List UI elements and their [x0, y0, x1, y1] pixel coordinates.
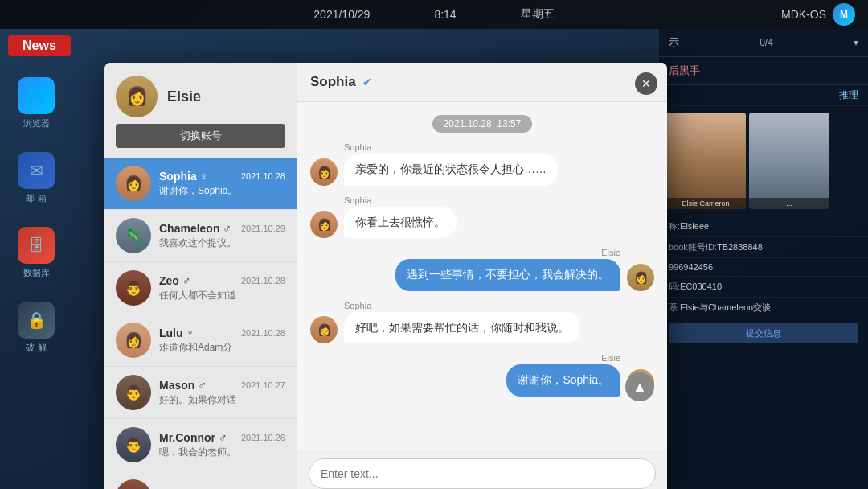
- info-field-name: 称:Elsieee: [659, 216, 868, 237]
- msg-avatar-sophia-1: 👩: [310, 158, 338, 186]
- portrait-elsie: Elsie Cameron: [665, 113, 746, 209]
- info-field-book: book账号ID:TB2838848: [659, 237, 868, 258]
- msg-sender-1: Sophia: [344, 142, 558, 152]
- modal-close-button[interactable]: ✕: [635, 72, 657, 95]
- msg-content-1: Sophia 亲爱的，你最近的状态很令人担心……: [344, 142, 558, 186]
- contact-zeo[interactable]: 👨 Zeo ♂ 2021.10.28 任何人都不会知道: [104, 262, 297, 314]
- zeo-avatar: 👨: [116, 270, 151, 306]
- chat-text-input[interactable]: [309, 458, 656, 489]
- lulu-name: Lulu ♀: [159, 327, 194, 339]
- case-title-text: 后黑手: [669, 64, 700, 76]
- browser-label: 浏览器: [23, 117, 50, 129]
- lulu-preview: 难道你和Adam分: [159, 341, 285, 355]
- hint-label: 示: [669, 35, 679, 50]
- top-bar-right: MDK-OS M: [781, 3, 855, 26]
- db-label: 数据库: [23, 267, 50, 279]
- zeo-name: Zeo ♂: [159, 274, 190, 287]
- chat-messages: 2021.10.28 13:57 👩 Sophia 亲爱的，你最近的状态很令人担…: [297, 102, 667, 450]
- case-action-text: 推理: [839, 89, 858, 101]
- info-value-relation: Elsie与Chameleon交谈: [680, 302, 771, 312]
- contact-lulu[interactable]: 👩 Lulu ♀ 2021.10.28 难道你和Adam分: [104, 314, 297, 367]
- os-label: MDK-OS: [781, 8, 826, 21]
- info-field-relation: 系:Elsie与Chameleon交谈: [659, 298, 868, 318]
- contacts-panel: 👩 Elsie 切换账号 👩 Sophia ♀ 2021.10.28 谢谢你，S…: [104, 63, 297, 489]
- chameleon-date: 2021.10.29: [241, 224, 285, 233]
- date-display: 2021/10/29: [313, 8, 370, 21]
- msg-row-1: 👩 Sophia 亲爱的，你最近的状态很令人担心……: [310, 142, 654, 186]
- top-bar: 2021/10/29 8:14 星期五 MDK-OS M: [0, 0, 868, 29]
- msg-content-4: Sophia 好吧，如果需要帮忙的话，你随时和我说。: [344, 301, 580, 344]
- progress-count: 0/4: [760, 37, 773, 48]
- chameleon-preview: 我喜欢这个提议。: [159, 236, 285, 250]
- portraits-row: Elsie Cameron ...: [659, 106, 868, 216]
- os-icon[interactable]: M: [833, 3, 855, 26]
- contact-frederick[interactable]: 👨 Frederick ♂ 2021.10.23: [104, 471, 297, 489]
- browser-icon: 🌐: [18, 77, 55, 114]
- case-title: 后黑手: [659, 57, 868, 85]
- zeo-preview: 任何人都不会知道: [159, 289, 285, 302]
- case-action[interactable]: 推理: [659, 85, 868, 106]
- msg-bubble-5: 谢谢你，Sophia。: [506, 364, 620, 397]
- msg-row-4: 👩 Sophia 好吧，如果需要帮忙的话，你随时和我说。: [310, 301, 654, 344]
- current-user-avatar: 👩: [116, 76, 158, 117]
- verified-icon: ✔: [362, 76, 372, 88]
- top-bar-center: 2021/10/29 8:14 星期五: [313, 7, 554, 22]
- chat-header-name: Sophia: [310, 74, 356, 90]
- mason-preview: 好的。如果你对话: [159, 393, 285, 407]
- contact-mrconnor[interactable]: 👨 Mr.Connor ♂ 2021.10.26 嗯，我会的老师。: [104, 419, 297, 471]
- portrait-other: ...: [749, 113, 829, 209]
- desktop-icons: 🌐 浏览器 ✉ 邮 箱 🗄 数据库 🔒 破 解: [0, 29, 72, 376]
- chameleon-avatar: 🦎: [116, 218, 151, 253]
- msg-content-3: Elsie 遇到一些事情，不要担心，我会解决的。: [395, 248, 620, 291]
- chat-panel: Sophia ✔ 2021.10.28 13:57 👩 Sophia 亲爱的，你…: [297, 63, 667, 489]
- chameleon-name: Chameleon ♂: [159, 222, 231, 235]
- chat-header: Sophia ✔: [297, 63, 667, 102]
- desktop: News 🌐 浏览器 ✉ 邮 箱 🗄 数据库 🔒 破 解 示 0/4 ▾ 后黑手: [0, 29, 868, 489]
- msg-sender-5: Elsie: [506, 353, 620, 363]
- contact-sophia[interactable]: 👩 Sophia ♀ 2021.10.28 谢谢你，Sophia。: [104, 158, 297, 210]
- msg-bubble-3: 遇到一些事情，不要担心，我会解决的。: [395, 259, 620, 291]
- msg-row-5: 👩 Elsie 谢谢你，Sophia。: [310, 353, 654, 397]
- lock-icon: 🔒: [18, 302, 55, 339]
- msg-row-2: 👩 Sophia 你看上去很憔悴。: [310, 195, 654, 239]
- frederick-avatar: 👨: [116, 479, 151, 489]
- mason-info: Mason ♂ 2021.10.27 好的。如果你对话: [159, 379, 285, 407]
- msg-content-5: Elsie 谢谢你，Sophia。: [506, 353, 620, 397]
- msg-sender-3: Elsie: [395, 248, 620, 257]
- chameleon-info: Chameleon ♂ 2021.10.29 我喜欢这个提议。: [159, 222, 285, 250]
- msg-avatar-sophia-2: 👩: [310, 211, 338, 238]
- lock-label: 破 解: [26, 342, 46, 354]
- sophia-info: Sophia ♀ 2021.10.28 谢谢你，Sophia。: [159, 170, 285, 198]
- zeo-info: Zeo ♂ 2021.10.28 任何人都不会知道: [159, 274, 285, 302]
- mrconnor-preview: 嗯，我会的老师。: [159, 446, 285, 459]
- sophia-avatar: 👩: [116, 166, 151, 201]
- right-panel-header: 示 0/4 ▾: [659, 29, 868, 57]
- info-value-code: EC030410: [680, 281, 722, 291]
- mrconnor-name: Mr.Connor ♂: [159, 431, 227, 444]
- switch-account-button[interactable]: 切换账号: [116, 124, 285, 148]
- browser-icon-item[interactable]: 🌐 浏览器: [0, 77, 72, 129]
- contact-mason[interactable]: 👨 Mason ♂ 2021.10.27 好的。如果你对话: [104, 367, 297, 419]
- sophia-preview: 谢谢你，Sophia。: [159, 184, 285, 198]
- scroll-to-bottom-button[interactable]: ▲: [625, 372, 654, 401]
- msg-bubble-1: 亲爱的，你最近的状态很令人担心……: [344, 154, 558, 186]
- mail-label: 邮 箱: [26, 192, 46, 204]
- msg-sender-2: Sophia: [344, 195, 457, 205]
- chat-modal: ✕ 👩 Elsie 切换账号 👩 Sophia ♀ 2021.10.28 谢谢你…: [104, 63, 667, 489]
- dropdown-icon[interactable]: ▾: [854, 37, 858, 48]
- submit-button[interactable]: 提交信息: [669, 323, 858, 343]
- mail-icon-item[interactable]: ✉ 邮 箱: [0, 152, 72, 204]
- db-icon: 🗄: [18, 227, 55, 264]
- msg-sender-4: Sophia: [344, 301, 580, 310]
- info-field-code: 码:EC030410: [659, 277, 868, 298]
- lock-icon-item[interactable]: 🔒 破 解: [0, 302, 72, 354]
- mrconnor-info: Mr.Connor ♂ 2021.10.26 嗯，我会的老师。: [159, 431, 285, 459]
- contact-chameleon[interactable]: 🦎 Chameleon ♂ 2021.10.29 我喜欢这个提议。: [104, 210, 297, 262]
- portrait-other-label: ...: [749, 198, 829, 209]
- mason-date: 2021.10.27: [241, 380, 285, 390]
- info-value-phone: 996942456: [669, 262, 713, 272]
- lulu-avatar: 👩: [116, 323, 151, 358]
- sophia-name: Sophia ♀: [159, 170, 208, 183]
- lulu-info: Lulu ♀ 2021.10.28 难道你和Adam分: [159, 327, 285, 355]
- db-icon-item[interactable]: 🗄 数据库: [0, 227, 72, 279]
